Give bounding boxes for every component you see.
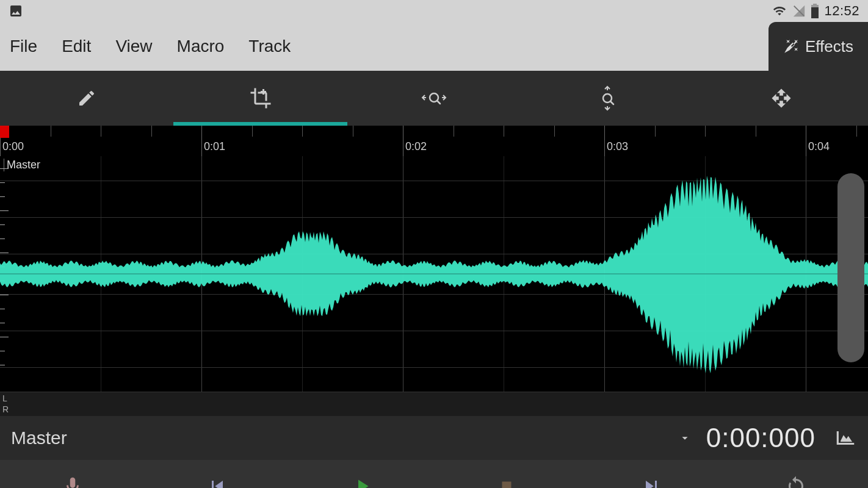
time-ruler[interactable]: 0:000:010:020:030:04 bbox=[0, 126, 868, 156]
effects-label: Effects bbox=[805, 37, 853, 56]
record-button[interactable] bbox=[0, 460, 145, 488]
skip-start-button[interactable] bbox=[145, 460, 289, 488]
zoom-horizontal-icon bbox=[421, 88, 447, 108]
tool-zoom-vertical[interactable] bbox=[521, 71, 694, 126]
crop-icon bbox=[250, 87, 272, 109]
vertical-scrollbar[interactable] bbox=[837, 173, 864, 362]
svg-line-2 bbox=[437, 101, 440, 104]
gallery-icon bbox=[9, 4, 23, 18]
menu-macro[interactable]: Macro bbox=[177, 37, 225, 56]
play-icon bbox=[351, 475, 373, 488]
control-row: Master 0:00:000 bbox=[0, 416, 868, 460]
skip-next-icon bbox=[640, 475, 662, 488]
tool-edit[interactable] bbox=[0, 71, 173, 126]
mic-icon bbox=[62, 476, 83, 488]
menu-track[interactable]: Track bbox=[248, 37, 291, 56]
channel-r-label: R bbox=[2, 404, 9, 414]
svg-rect-0 bbox=[811, 7, 819, 18]
waveform-display[interactable] bbox=[0, 156, 868, 392]
android-status-bar: 12:52 bbox=[0, 0, 868, 22]
loop-button[interactable] bbox=[723, 460, 868, 488]
transport-bar bbox=[0, 460, 868, 488]
signal-icon bbox=[792, 4, 806, 18]
overview-map[interactable]: L R bbox=[0, 392, 868, 416]
selected-track-name: Master bbox=[11, 428, 67, 448]
move-icon bbox=[771, 88, 792, 109]
skip-previous-icon bbox=[206, 475, 228, 488]
stop-button[interactable] bbox=[434, 460, 579, 488]
wifi-icon bbox=[772, 4, 787, 18]
svg-line-4 bbox=[610, 101, 613, 104]
amplitude-scale bbox=[0, 168, 11, 370]
magic-wand-icon bbox=[783, 38, 799, 54]
stop-icon bbox=[497, 477, 516, 488]
loop-icon bbox=[785, 475, 807, 488]
skip-end-button[interactable] bbox=[579, 460, 723, 488]
playhead[interactable] bbox=[0, 126, 9, 138]
menu-file[interactable]: File bbox=[10, 37, 37, 56]
time-display: 0:00:000 bbox=[706, 423, 816, 453]
menu-edit[interactable]: Edit bbox=[62, 37, 91, 56]
tool-zoom-horizontal[interactable] bbox=[347, 71, 521, 126]
dropdown-icon[interactable] bbox=[678, 431, 692, 445]
battery-icon bbox=[811, 4, 819, 18]
zoom-vertical-icon bbox=[598, 85, 617, 111]
view-mode-icon[interactable] bbox=[834, 426, 857, 450]
menu-view[interactable]: View bbox=[115, 37, 152, 56]
effects-button[interactable]: Effects bbox=[769, 22, 868, 71]
channel-l-label: L bbox=[2, 393, 7, 403]
menu-bar: File Edit View Macro Track Effects bbox=[0, 22, 868, 71]
grid bbox=[0, 156, 868, 392]
track-selector[interactable]: Master bbox=[11, 428, 67, 448]
tool-select[interactable] bbox=[173, 71, 347, 126]
play-button[interactable] bbox=[289, 460, 434, 488]
tool-pan[interactable] bbox=[695, 71, 868, 126]
status-clock: 12:52 bbox=[824, 3, 859, 19]
pencil-icon bbox=[77, 88, 96, 108]
tool-tabs bbox=[0, 71, 868, 126]
timeline[interactable]: 0:000:010:020:030:04 Master bbox=[0, 126, 868, 392]
